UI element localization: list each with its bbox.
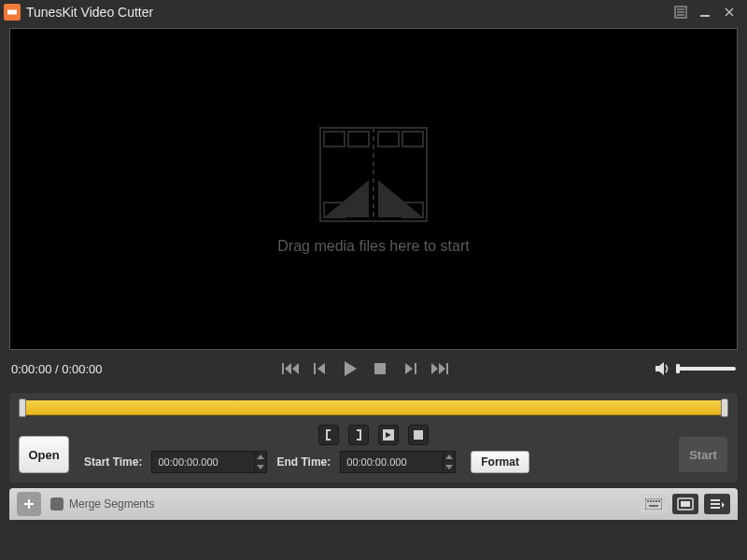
svg-marker-21 xyxy=(285,363,291,374)
volume-icon xyxy=(655,362,670,375)
app-title: TunesKit Video Cutter xyxy=(26,5,153,20)
add-segment-button[interactable] xyxy=(17,492,41,516)
play-icon xyxy=(342,360,359,377)
fast-rewind-button[interactable] xyxy=(280,358,301,379)
bracket-left-icon xyxy=(324,429,333,441)
svg-marker-37 xyxy=(257,465,264,469)
bottom-bar: Merge Segments xyxy=(9,488,738,520)
playback-bar: 0:00:00 / 0:00:00 xyxy=(9,350,738,387)
list-button[interactable] xyxy=(704,494,730,514)
svg-rect-14 xyxy=(378,132,399,147)
chevron-down-icon xyxy=(257,465,264,469)
svg-rect-12 xyxy=(324,132,345,147)
svg-rect-48 xyxy=(649,505,658,507)
screenshot-icon xyxy=(677,497,694,511)
screenshot-button[interactable] xyxy=(672,494,698,514)
svg-marker-54 xyxy=(722,502,725,508)
fast-forward-button[interactable] xyxy=(430,358,450,379)
step-forward-button[interactable] xyxy=(400,358,420,379)
svg-marker-36 xyxy=(257,455,264,459)
svg-rect-13 xyxy=(348,132,369,147)
menu-button[interactable] xyxy=(669,3,693,21)
svg-rect-46 xyxy=(655,500,657,502)
svg-rect-45 xyxy=(653,500,655,502)
trim-panel: Open Start Time: End Time: Format St xyxy=(9,393,738,483)
svg-rect-1 xyxy=(7,8,17,10)
play-button[interactable] xyxy=(340,358,360,379)
close-button[interactable] xyxy=(717,3,741,21)
list-icon xyxy=(709,497,726,511)
svg-marker-38 xyxy=(445,455,453,459)
svg-marker-27 xyxy=(405,363,413,374)
end-time-spinner[interactable] xyxy=(443,451,456,473)
trim-track[interactable] xyxy=(21,400,726,415)
open-button[interactable]: Open xyxy=(19,436,69,473)
end-time-label: End Time: xyxy=(276,455,331,469)
svg-marker-18 xyxy=(324,180,369,217)
svg-rect-42 xyxy=(645,498,662,510)
svg-marker-29 xyxy=(431,363,438,374)
chevron-up-icon xyxy=(445,455,453,459)
titlebar: TunesKit Video Cutter xyxy=(0,0,747,24)
minimize-button[interactable] xyxy=(693,3,717,21)
fast-forward-icon xyxy=(431,362,448,375)
start-time-label: Start Time: xyxy=(84,455,142,469)
set-end-button[interactable] xyxy=(348,425,369,445)
svg-rect-20 xyxy=(282,363,284,374)
reset-button[interactable] xyxy=(408,425,429,445)
step-back-icon xyxy=(314,362,327,375)
volume-control[interactable] xyxy=(655,362,736,375)
svg-marker-22 xyxy=(292,363,299,374)
svg-marker-25 xyxy=(345,361,357,376)
fast-rewind-icon xyxy=(282,362,299,375)
svg-rect-23 xyxy=(314,363,316,374)
film-strip-icon xyxy=(313,124,434,227)
svg-rect-47 xyxy=(658,500,660,502)
time-display: 0:00:00 / 0:00:00 xyxy=(11,362,103,376)
end-time-input[interactable] xyxy=(340,451,443,473)
keyboard-icon xyxy=(645,498,662,510)
chevron-down-icon xyxy=(445,465,453,469)
merge-segments-checkbox[interactable] xyxy=(50,497,63,511)
start-button[interactable]: Start xyxy=(678,436,728,473)
merge-segments-label: Merge Segments xyxy=(69,497,154,511)
svg-rect-2 xyxy=(7,15,17,17)
svg-rect-28 xyxy=(415,363,416,374)
keyboard-button[interactable] xyxy=(641,494,667,514)
svg-marker-30 xyxy=(439,363,445,374)
minimize-icon xyxy=(699,7,711,18)
svg-marker-19 xyxy=(378,180,423,217)
svg-rect-43 xyxy=(647,500,649,502)
start-time-input[interactable] xyxy=(151,451,254,473)
stop-icon xyxy=(374,362,387,375)
svg-rect-44 xyxy=(650,500,652,502)
trim-handle-left[interactable] xyxy=(19,399,26,417)
step-forward-icon xyxy=(403,362,416,375)
svg-rect-35 xyxy=(414,430,423,440)
video-drop-area[interactable]: Drag media files here to start xyxy=(9,28,738,350)
volume-slider[interactable] xyxy=(676,367,736,371)
svg-rect-26 xyxy=(374,363,386,374)
menu-icon xyxy=(674,6,687,19)
format-button[interactable]: Format xyxy=(471,451,529,473)
preview-icon xyxy=(383,429,394,441)
step-back-button[interactable] xyxy=(310,358,331,379)
preview-button[interactable] xyxy=(378,425,399,445)
trim-handle-right[interactable] xyxy=(721,399,728,417)
app-logo xyxy=(4,4,21,21)
svg-marker-32 xyxy=(655,362,664,375)
stop-button[interactable] xyxy=(370,358,390,379)
plus-icon xyxy=(22,497,35,511)
chevron-up-icon xyxy=(257,455,264,459)
stop-small-icon xyxy=(414,430,423,440)
svg-rect-15 xyxy=(402,132,423,147)
svg-rect-31 xyxy=(446,363,448,374)
close-icon xyxy=(724,7,735,18)
set-start-button[interactable] xyxy=(318,425,339,445)
svg-rect-50 xyxy=(681,501,690,507)
drop-hint-text: Drag media files here to start xyxy=(277,238,469,255)
start-time-spinner[interactable] xyxy=(254,451,267,473)
svg-marker-39 xyxy=(445,465,453,469)
svg-marker-24 xyxy=(317,363,325,374)
bracket-right-icon xyxy=(354,429,363,441)
